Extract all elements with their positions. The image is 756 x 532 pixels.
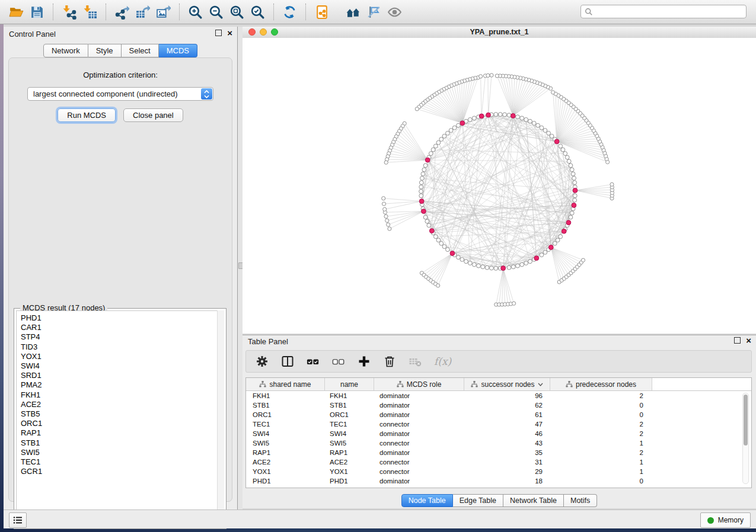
table-cell[interactable]: SWI5 [246,440,325,447]
memory-button[interactable]: Memory [700,512,751,528]
zoom-in-icon[interactable] [187,4,203,20]
table-scrollbar[interactable] [742,393,749,484]
open-file-icon[interactable] [8,4,24,20]
network-node[interactable] [446,248,450,252]
table-cell[interactable]: RAP1 [325,449,374,456]
network-node[interactable] [422,168,426,172]
network-node[interactable] [419,185,423,189]
mcds-hub-node[interactable] [460,121,465,126]
mcds-result-list[interactable]: PHD1CAR1STP4TID3YOX1SWI4SRD1PMA2FKH1ACE2… [16,310,224,527]
mcds-result-item[interactable]: SRD1 [21,371,224,380]
table-cell[interactable]: dominator [374,449,464,456]
network-node[interactable] [532,121,536,126]
network-node[interactable] [490,266,494,270]
select-all-icon[interactable] [307,355,320,368]
table-cell[interactable]: FKH1 [246,392,325,399]
table-cell[interactable]: dominator [374,430,464,437]
table-cell[interactable]: 1 [550,440,652,447]
tab-mcds[interactable]: MCDS [159,44,197,57]
mcds-result-item[interactable]: TEC1 [21,457,224,467]
mcds-hub-node[interactable] [501,266,506,271]
network-node[interactable] [507,113,511,117]
network-node[interactable] [540,126,544,130]
network-node[interactable] [429,152,433,156]
network-node[interactable] [520,116,524,120]
table-cell[interactable]: 0 [550,477,652,485]
table-cell[interactable]: 2 [550,430,652,437]
table-cell[interactable]: connector [374,440,464,447]
network-node[interactable] [550,134,554,138]
network-node[interactable] [436,140,441,145]
table-cell[interactable]: 0 [550,402,652,409]
export-table-icon[interactable] [135,4,151,20]
settings-gear-icon[interactable] [256,355,269,368]
network-node[interactable] [524,261,528,265]
network-node[interactable] [468,261,472,265]
network-node[interactable] [573,181,577,185]
table-cell[interactable]: dominator [374,411,464,418]
hide-details-icon[interactable] [366,4,382,20]
mcds-result-item[interactable]: PMA2 [21,380,224,390]
table-cell[interactable]: PHD1 [325,477,374,485]
mcds-hub-node[interactable] [562,229,566,233]
network-node[interactable] [446,131,450,135]
network-node[interactable] [442,134,446,138]
table-row[interactable]: ACE2ACE2connector311 [246,457,751,467]
mcds-hub-node[interactable] [486,113,491,117]
mcds-result-item[interactable]: PHD1 [21,313,224,323]
network-node[interactable] [439,242,444,246]
network-node[interactable] [571,172,575,176]
table-cell[interactable]: YOX1 [325,468,374,475]
window-maximize-icon[interactable] [271,28,278,36]
network-node[interactable] [436,238,441,242]
tab-select[interactable]: Select [122,44,159,57]
network-node[interactable] [570,168,574,172]
table-cell[interactable]: YOX1 [246,468,325,475]
network-node[interactable] [570,211,574,215]
table-cell[interactable]: 29 [464,468,550,475]
optimization-criterion-select[interactable]: largest connected component (undirected) [27,87,213,101]
table-row[interactable]: STB1STB1dominator620 [246,400,751,410]
mcds-result-item[interactable]: STP4 [21,332,224,342]
network-node[interactable] [384,214,388,218]
mcds-result-item[interactable]: YOX1 [21,352,224,361]
mcds-result-item[interactable]: CAR1 [21,323,224,332]
task-history-button[interactable] [9,512,27,528]
network-node[interactable] [528,259,532,264]
network-node[interactable] [421,172,425,176]
import-network-icon[interactable] [61,4,77,20]
network-node[interactable] [581,258,585,262]
network-node[interactable] [561,148,565,152]
network-node[interactable] [507,265,511,270]
network-node[interactable] [433,235,438,239]
network-node[interactable] [419,194,423,198]
zoom-fit-icon[interactable] [229,4,245,20]
table-cell[interactable]: 2 [550,392,652,399]
column-header-successor-nodes[interactable]: successor nodes [464,378,550,390]
mcds-result-scrollbar[interactable] [217,310,224,527]
network-node[interactable] [516,115,520,119]
network-node[interactable] [559,235,563,239]
network-node[interactable] [569,164,573,168]
mcds-result-item[interactable]: SWI5 [21,448,224,457]
network-node[interactable] [543,129,547,133]
network-node[interactable] [419,181,423,185]
table-cell[interactable]: 35 [464,449,550,456]
network-node[interactable] [383,207,387,211]
mcds-result-item[interactable]: STB5 [21,409,224,419]
network-node[interactable] [427,223,431,227]
network-node[interactable] [540,253,544,257]
export-network-icon[interactable] [114,4,130,20]
table-cell[interactable]: 47 [464,421,550,428]
zoom-selected-icon[interactable] [250,4,266,20]
first-neighbors-icon[interactable] [345,4,361,20]
add-column-icon[interactable] [358,355,371,368]
network-node[interactable] [572,176,576,180]
network-document-icon[interactable] [314,4,330,20]
network-node[interactable] [384,161,388,164]
mcds-hub-node[interactable] [572,203,576,208]
network-node[interactable] [486,73,490,77]
table-cell[interactable]: 1 [550,468,652,475]
tab-network[interactable]: Network [43,44,88,57]
window-minimize-icon[interactable] [260,28,267,36]
